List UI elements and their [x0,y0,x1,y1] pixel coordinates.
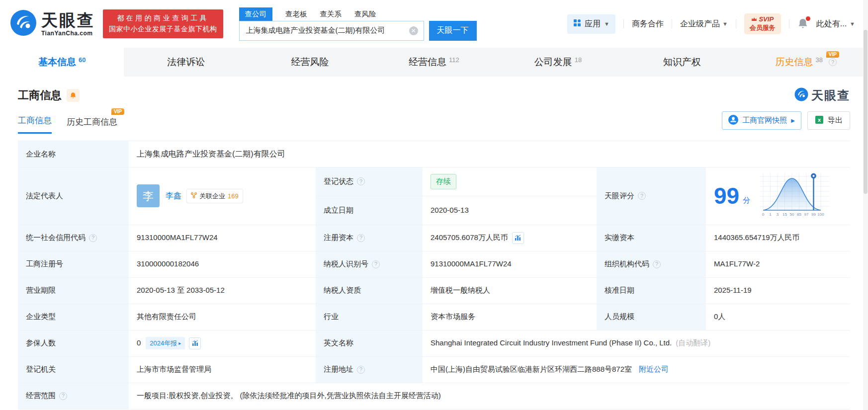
tab-history-info[interactable]: VIP 历史信息 38 ? [744,48,868,77]
clear-search-icon[interactable]: ✕ [409,26,418,35]
help-icon[interactable]: ? [829,58,837,66]
field-value-industry: 资本市场服务 [423,304,597,330]
divider [672,19,672,28]
svg-text:100: 100 [817,212,824,217]
help-icon[interactable]: ? [357,177,365,185]
page-header: 天眼查 TianYanCha.com 都在用的商业查询工具 国家中小企业发展子基… [0,0,868,48]
svg-text:x: x [818,117,821,123]
tianyancha-logo-icon [10,9,37,38]
search-tab-relation[interactable]: 查关系 [320,7,342,21]
field-label-business-scope: 经营范围 ? [18,383,129,410]
nav-enterprise[interactable]: 企业级产品 ▼ [680,19,728,29]
help-icon[interactable]: ? [59,392,67,400]
field-label-tianyan-score: 天眼评分 ? [597,167,706,225]
help-icon[interactable]: ? [638,192,646,200]
field-label-approval-date: 核准日期 [597,278,706,304]
tianyancha-logo[interactable]: 天眼查 TianYanCha.com [10,9,95,38]
help-icon[interactable]: ? [357,366,365,374]
svg-text:85: 85 [797,212,801,217]
help-icon[interactable]: ? [653,260,661,268]
nav-cooperation[interactable]: 商务合作 [632,19,664,29]
tab-label: 经营信息 [409,56,446,69]
arrow-right-icon: ▸ [178,339,181,347]
label-text: 注册资本 [324,232,353,244]
tab-count: 112 [449,56,459,64]
tab-basic-info[interactable]: 基本信息 60 [0,48,124,77]
vip-badge: VIP [111,108,124,115]
field-label-credit-code: 统一社会信用代码 ? [18,225,129,251]
field-label-insured-count: 参保人数 [18,330,129,357]
search-input[interactable] [239,21,424,41]
field-label-registration-status: 登记状态 ? [316,167,423,196]
search-tab-risk[interactable]: 查风险 [354,7,376,21]
tab-legal-lawsuits[interactable]: 法律诉讼 [124,48,248,77]
vip-badge: VIP [826,51,839,58]
help-icon[interactable]: ? [372,260,380,268]
svg-text:0: 0 [762,212,765,217]
legal-rep-avatar[interactable]: 李 [137,184,160,207]
svg-text:1: 1 [769,212,772,217]
label-text: 注册地址 [324,364,353,375]
tab-count: 38 [816,56,823,64]
export-button[interactable]: x 导出 [807,111,850,130]
field-value-taxpayer-id: 91310000MA1FL77W24 [423,251,597,278]
apps-menu-button[interactable]: 应用 ▼ [567,14,615,34]
field-label-taxpayer-id: 纳税人识别号 ? [316,251,423,278]
field-value-registered-address: 中国(上海)自由贸易试验区临港新片区环湖西二路888号872室 附近公司 [423,357,850,383]
help-icon[interactable]: ? [89,234,97,242]
scrollbar-track[interactable] [863,0,868,410]
search-button[interactable]: 天眼一下 [429,21,477,41]
tab-label: 经营风险 [291,56,329,69]
brand-domain: TianYanCha.com [41,30,95,36]
field-label-org-code: 组织机构代码 ? [597,251,706,278]
field-value-org-code: MA1FL77W-2 [706,251,850,278]
svip-member-button[interactable]: SVIP 会员服务 [744,13,781,34]
field-value-registered-capital: 2405705.6078万人民币 [423,225,597,251]
insured-trend-chart-icon[interactable] [189,337,201,349]
apps-grid-icon [573,19,581,29]
divider [736,19,736,28]
tab-count: 60 [79,56,86,64]
related-companies-badge[interactable]: 关联企业 169 [186,189,243,204]
export-label: 导出 [828,116,843,125]
value-text: 2405705.6078万人民币 [431,232,508,244]
subtab-business-info[interactable]: 工商信息 [18,115,52,134]
help-icon[interactable]: ? [357,234,365,242]
search-tab-company[interactable]: 查公司 [239,7,273,21]
svg-text:50: 50 [790,212,794,217]
divider [623,19,624,28]
field-value-registration-authority: 上海市市场监督管理局 [129,357,316,383]
tab-intellectual-property[interactable]: 知识产权 [620,48,744,77]
crown-icon [751,15,757,24]
tab-company-development[interactable]: 公司发展 18 [496,48,620,77]
notification-bell-icon[interactable] [797,18,808,30]
subtab-row: 工商信息 VIP 历史工商信息 工商官网快照 ▶ x 导出 [18,111,850,134]
related-companies-label: 关联企业 [199,191,225,201]
subtab-history-business-info[interactable]: VIP 历史工商信息 [67,116,117,134]
svg-text:97: 97 [804,212,809,217]
field-label-english-name: 英文名称 [316,330,423,357]
field-label-establish-date: 成立日期 [316,196,423,225]
scrollbar-thumb[interactable] [864,30,868,194]
watermark-text: 天眼查 [811,87,850,103]
user-menu[interactable]: 此处有... ▼ [816,19,855,29]
capital-trend-chart-icon[interactable] [512,232,524,244]
tab-operation-risk[interactable]: 经营风险 [248,48,372,77]
user-name: 此处有... [816,19,847,29]
business-info-table: 企业名称 上海集成电路产业投资基金(二期)有限公司 法定代表人 李 李鑫 关联企… [18,141,850,410]
monitor-bell-icon[interactable] [67,89,80,102]
search-tab-boss[interactable]: 查老板 [285,7,307,21]
field-value-english-name: Shanghai Integrated Circuit Industry Inv… [423,330,850,357]
field-label-legal-representative: 法定代表人 [18,167,129,225]
main-content: 工商信息 天眼查 工商信息 VIP 历史工商信息 工商官网快照 ▶ [0,87,868,410]
field-value-company-name: 上海集成电路产业投资基金(二期)有限公司 [129,141,850,167]
legal-rep-name-link[interactable]: 李鑫 [166,190,181,202]
svg-text:99: 99 [811,212,816,217]
snapshot-label: 工商官网快照 [742,116,787,125]
tab-business-info[interactable]: 经营信息 112 [372,48,496,77]
annual-report-badge[interactable]: 2024年报 ▸ [146,337,185,350]
label-text: 天眼评分 [605,190,634,202]
field-value-insured-count: 0 2024年报 ▸ [129,330,316,357]
nearby-companies-link[interactable]: 附近公司 [639,364,669,375]
official-snapshot-button[interactable]: 工商官网快照 ▶ [722,111,801,130]
